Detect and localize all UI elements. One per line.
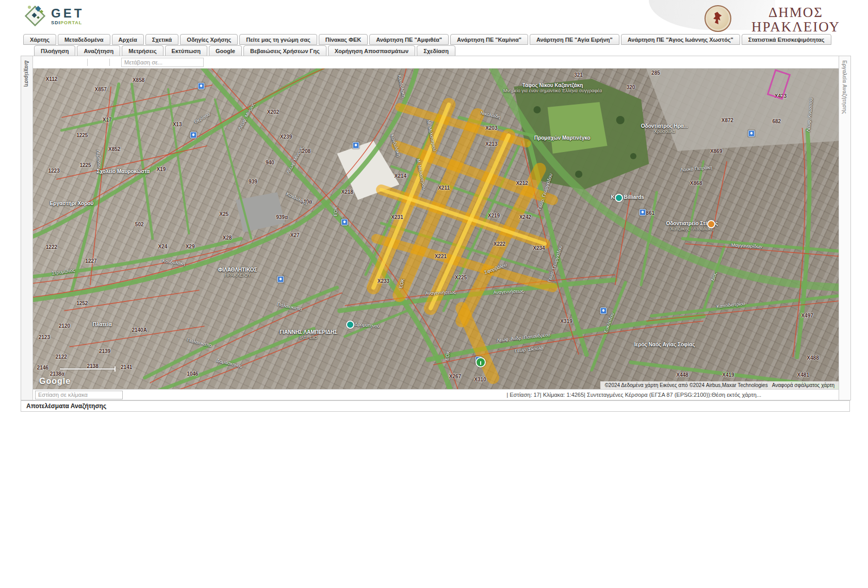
report-map-error-link[interactable]: Αναφορά σφάλματος χάρτη bbox=[772, 382, 834, 388]
block-code-label: X225 bbox=[455, 274, 467, 280]
poi-label[interactable]: ΦΙΛΑΘΛΗΤΙΚΟΣ ΗΡΑΚΛΕΙΟΥ bbox=[218, 266, 257, 277]
logo-subtext: SDIPORTAL bbox=[51, 21, 84, 25]
map-attribution: ©2024 Δεδομένα χάρτη Εικόνες από ©2024 A… bbox=[600, 381, 839, 389]
block-code-label: 321 bbox=[574, 72, 583, 78]
goto-input[interactable] bbox=[121, 58, 204, 67]
bus-stop-icon[interactable] bbox=[198, 83, 205, 90]
tool-tab[interactable]: Αναζήτηση bbox=[77, 45, 120, 56]
block-code-label: X13 bbox=[173, 122, 182, 127]
map-scale-bar bbox=[60, 368, 116, 369]
block-code-label: X239 bbox=[280, 133, 292, 139]
block-code-label: X872 bbox=[722, 117, 733, 123]
main-tab[interactable]: Αρχεία bbox=[112, 34, 144, 45]
block-code-label: 939 bbox=[249, 178, 257, 184]
status-text: | Εστίαση: 17| Κλίμακα: 1:4265| Συντεταγ… bbox=[506, 392, 761, 398]
block-code-label: X310 bbox=[474, 377, 486, 382]
status-bar: | Εστίαση: 17| Κλίμακα: 1:4265| Συντεταγ… bbox=[33, 389, 839, 400]
main-tab[interactable]: Πείτε μας τη γνώμη σας bbox=[239, 34, 317, 45]
left-panel-strip: Διαχείριση bbox=[21, 56, 33, 400]
main-tab[interactable]: Ανάρτηση ΠΕ "Άγιος Ιωάννης Χωστός" bbox=[621, 34, 740, 45]
poi-label[interactable]: Πλατεία bbox=[93, 321, 112, 327]
bus-stop-icon[interactable] bbox=[640, 209, 646, 216]
poi-pin-icon[interactable] bbox=[476, 357, 486, 367]
block-code-label: X221 bbox=[435, 253, 447, 259]
poi-title: Εργαστήρι Χορού bbox=[50, 200, 94, 206]
block-code-label: X234 bbox=[533, 245, 545, 251]
main-tab[interactable]: Ανάρτηση ΠΕ "Καμίνια" bbox=[450, 34, 528, 45]
block-code-label: X28 bbox=[223, 234, 232, 240]
poi-subtitle: Χρυσούλα bbox=[654, 128, 675, 133]
search-results-title: Αποτελέσματα Αναζήτησης bbox=[26, 402, 106, 410]
block-code-label: 1222 bbox=[46, 244, 57, 249]
tool-tab-bar: ΠλοήγησηΑναζήτησηΜετρήσειςΕκτύπωσηGoogle… bbox=[34, 45, 455, 56]
tool-tab[interactable]: Χορήγηση Αποσπασμάτων bbox=[328, 45, 416, 56]
left-panel-tab[interactable]: Διαχείριση bbox=[24, 56, 29, 87]
main-region: Διαχείριση bbox=[21, 56, 851, 400]
poi-title: ΓΙΑΝΝΗΣ ΛΑΜΠΕΡΙΔΗΣ bbox=[280, 329, 337, 335]
header: GET SDIPORTAL ΔΗΜΟΣ ΗΡΑΚΛΕΙΟΥ bbox=[0, 0, 868, 34]
tool-tab[interactable]: Βεβαιώσεις Χρήσεων Γης bbox=[243, 45, 326, 56]
poi-pin-icon[interactable] bbox=[615, 194, 623, 202]
tool-tab[interactable]: Σχεδίαση bbox=[417, 45, 455, 56]
page: GET SDIPORTAL ΔΗΜΟΣ ΗΡΑΚΛΕΙΟΥ ΧάρτηςΜετα… bbox=[0, 0, 868, 588]
poi-title: Οδοντίατρος Ηρα... bbox=[641, 123, 689, 128]
block-code-label: 2140Α bbox=[132, 327, 146, 332]
block-code-label: X17 bbox=[103, 116, 112, 122]
poi-subtitle: ΗΡΑΚΛΕΙΟΥ bbox=[224, 272, 251, 277]
poi-label[interactable]: ΓΙΑΝΝΗΣ ΛΑΜΠΕΡΙΔΗΣ ΙΑΤΡΕΙΟ bbox=[280, 329, 337, 340]
main-tab[interactable]: Χάρτης bbox=[23, 34, 56, 45]
map-canvas[interactable]: X112X857X858X17X13X852122512231225X19X20… bbox=[33, 69, 839, 389]
bus-stop-icon[interactable] bbox=[190, 131, 196, 138]
toolbar-separator bbox=[109, 59, 110, 66]
block-code-label: 2146 bbox=[37, 364, 48, 370]
block-code-label: X497 bbox=[801, 312, 813, 318]
block-code-label: X267 bbox=[449, 374, 461, 379]
poi-label[interactable]: Ιερός Ναός Αγίας Σοφίας bbox=[634, 341, 695, 347]
block-code-label: X112 bbox=[46, 76, 58, 81]
poi-title: Ιερός Ναός Αγίας Σοφίας bbox=[634, 341, 695, 347]
main-tab[interactable]: Σχετικά bbox=[145, 34, 179, 45]
main-tab[interactable]: Ανάρτηση ΠΕ "Αγία Ειρήνη" bbox=[530, 34, 619, 45]
main-tab[interactable]: Ανάρτηση ΠΕ "Αμφιθέα" bbox=[369, 34, 449, 45]
block-code-label: 1046 bbox=[187, 371, 198, 377]
bus-stop-icon[interactable] bbox=[600, 308, 607, 314]
poi-label[interactable]: Τάφος Νίκου Καζαντζάκη Μνημείο για έναν … bbox=[503, 82, 602, 93]
bus-stop-icon[interactable] bbox=[277, 276, 284, 282]
municipality-seal-icon bbox=[705, 5, 731, 32]
tool-tab[interactable]: Google bbox=[209, 45, 242, 56]
block-code-label: 285 bbox=[651, 70, 660, 76]
bus-stop-icon[interactable] bbox=[341, 219, 348, 225]
right-panel-tab[interactable]: Εργαλεία Αναζήτησης bbox=[842, 56, 847, 114]
block-code-label: 1225 bbox=[79, 162, 91, 168]
main-tab[interactable]: Πίνακας ΦΕΚ bbox=[319, 34, 368, 45]
poi-title: Πλατεία bbox=[93, 321, 112, 327]
bus-stop-icon[interactable] bbox=[748, 130, 755, 137]
tool-tab[interactable]: Πλοήγηση bbox=[34, 45, 75, 56]
block-code-label: X448 bbox=[676, 372, 688, 378]
poi-pin-icon[interactable] bbox=[346, 321, 354, 329]
poi-label[interactable]: Εργαστήρι Χορού bbox=[50, 200, 94, 206]
main-tab[interactable]: Οδηγίες Χρήσης bbox=[180, 34, 238, 45]
main-tab[interactable]: Μεταδεδομένα bbox=[58, 34, 110, 45]
main-tab-bar: ΧάρτηςΜεταδεδομέναΑρχείαΣχετικάΟδηγίες Χ… bbox=[23, 34, 831, 45]
main-tab[interactable]: Στατιστικά Επισκεψιμότητας bbox=[742, 34, 831, 45]
block-code-label: X212 bbox=[516, 180, 528, 186]
block-code-label: 2123 bbox=[39, 334, 50, 340]
block-code-label: X319 bbox=[560, 318, 572, 324]
street-name-label: ΕΟΚ bbox=[333, 206, 339, 216]
poi-title: Τάφος Νίκου Καζαντζάκη bbox=[522, 82, 583, 88]
search-results-panel: Αποτελέσματα Αναζήτησης bbox=[21, 400, 850, 412]
poi-label[interactable]: Προμαχών Μαρτινέγκο bbox=[534, 135, 591, 140]
scale-input[interactable] bbox=[35, 391, 123, 399]
block-code-label: 2141 bbox=[121, 364, 132, 370]
block-code-label: 2139 bbox=[99, 348, 110, 354]
block-code-label: 1225 bbox=[76, 132, 88, 138]
poi-subtitle: ΙΑΤΡΕΙΟ bbox=[300, 335, 318, 340]
poi-pin-icon[interactable] bbox=[707, 220, 715, 228]
bus-stop-icon[interactable] bbox=[353, 142, 359, 148]
poi-label[interactable]: Σχολείο Μαυροκώστα bbox=[96, 169, 150, 174]
block-code-label: 1252 bbox=[76, 300, 88, 306]
tool-tab[interactable]: Μετρήσεις bbox=[122, 45, 163, 56]
tool-tab[interactable]: Εκτύπωση bbox=[165, 45, 207, 56]
poi-label[interactable]: Οδοντίατρος Ηρα... Χρυσούλα bbox=[641, 123, 689, 133]
